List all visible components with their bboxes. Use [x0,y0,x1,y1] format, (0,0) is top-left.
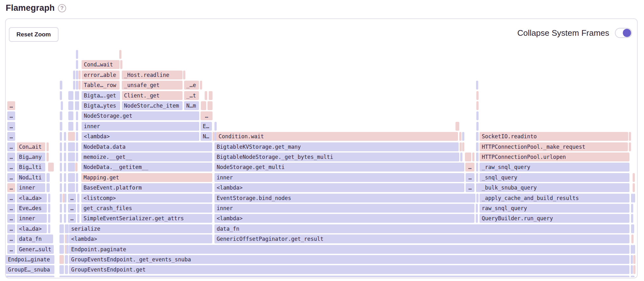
flame-frame-sliver[interactable] [59,234,64,243]
flame-frame-sliver[interactable] [462,142,464,151]
flame-frame-sliver[interactable] [60,163,62,172]
flame-frame-sliver[interactable] [68,142,75,151]
flame-frame-sliver[interactable] [64,132,66,141]
flame-frame-sliver[interactable] [76,81,78,90]
flame-frame-sliver[interactable] [200,81,202,90]
flame-frame-sliver[interactable] [633,245,635,254]
flame-frame[interactable]: Bigta….get [82,91,120,100]
flame-frame[interactable]: raw_snql_query [480,204,629,213]
flame-frame-sliver[interactable] [48,224,50,233]
flame-frame-sliver[interactable] [48,214,50,223]
flame-frame-sliver[interactable] [61,101,63,110]
flame-frame[interactable]: <la…da> [17,194,47,203]
flame-frame[interactable]: E… [201,122,212,131]
flame-frame[interactable]: inner [17,214,47,223]
flame-frame[interactable]: Table…_row [82,81,120,90]
flame-frame-sliver[interactable] [476,122,479,131]
flame-frame[interactable]: … [7,132,15,141]
flame-frame[interactable]: … [68,194,76,203]
flame-frame-sliver[interactable] [76,142,78,151]
flame-frame-sliver[interactable] [119,50,121,59]
flame-frame[interactable]: N…m [184,101,199,110]
flame-frame[interactable]: … [201,111,213,120]
flame-frame-sliver[interactable] [68,111,73,120]
flame-frame-sliver[interactable] [48,163,54,172]
flame-frame-sliver[interactable] [76,50,78,59]
flame-frame-sliver[interactable] [459,132,461,141]
flame-frame[interactable]: … [7,142,15,151]
flame-frame-sliver[interactable] [631,234,634,243]
flame-frame-sliver[interactable] [64,173,66,182]
flame-frame[interactable]: <lambda> [214,214,474,223]
flame-frame-sliver[interactable] [60,81,62,90]
flame-frame[interactable]: serialize [69,224,212,233]
flame-frame[interactable]: N… [201,132,212,141]
flame-frame-sliver[interactable] [629,142,631,151]
flame-frame-sliver[interactable] [59,276,629,277]
flame-frame-sliver[interactable] [183,71,185,79]
flame-frame[interactable]: HTTPConnectionPool.urlopen [480,153,629,161]
flame-frame-sliver[interactable] [64,194,66,203]
flame-frame-sliver[interactable] [64,142,66,151]
flame-frame-sliver[interactable] [476,163,478,172]
flame-frame[interactable]: … [7,173,15,182]
flame-frame[interactable]: _snql_query [480,173,629,182]
flame-frame[interactable]: _bulk_snuba_query [480,183,629,192]
flame-frame-sliver[interactable] [629,132,631,141]
flame-frame[interactable]: … [7,194,15,203]
flame-frame-sliver[interactable] [68,122,73,131]
flame-frame-sliver[interactable] [68,183,75,192]
flame-frame[interactable]: … [7,183,15,192]
flame-frame-sliver[interactable] [77,204,79,213]
flame-frame-sliver[interactable] [60,122,62,131]
flame-frame-sliver[interactable] [476,81,478,90]
flame-frame[interactable]: data_fn [17,234,53,243]
flame-frame-sliver[interactable] [631,214,633,223]
flame-frame-sliver[interactable] [633,255,635,264]
flame-frame[interactable]: Eve…des [17,204,47,213]
flame-frame[interactable]: <lambda> [69,234,212,243]
flame-frame-sliver[interactable] [46,142,49,151]
flame-frame[interactable]: Gener…sult [17,245,54,254]
flame-frame-sliver[interactable] [46,153,49,161]
flame-frame-sliver[interactable] [78,81,81,90]
flame-frame-sliver[interactable] [77,214,79,223]
flame-frame-sliver[interactable] [60,183,62,192]
flame-frame-sliver[interactable] [68,163,75,172]
flame-frame-sliver[interactable] [68,153,75,161]
flame-frame[interactable]: <la…da> [17,224,47,233]
flame-frame[interactable]: error…able [82,71,120,79]
flame-frame[interactable]: _apply_cache_and_build_results [480,194,629,203]
flame-frame-sliver[interactable] [76,122,78,131]
flame-frame[interactable]: <lambda> [214,183,464,192]
flame-frame-sliver[interactable] [476,194,479,203]
flame-frame-sliver[interactable] [46,183,50,192]
flame-frame-sliver[interactable] [476,214,478,223]
flame-frame-sliver[interactable] [64,214,66,223]
flame-frame-sliver[interactable] [68,101,73,110]
flame-frame[interactable]: BigtableNodeStorage._get_bytes_multi [214,153,459,161]
flame-frame[interactable]: Cond…wait [82,60,120,69]
flame-frame[interactable]: _Host.readline [122,71,183,79]
flame-frame-sliver[interactable] [65,265,68,274]
flame-frame-sliver[interactable] [60,173,62,182]
flame-frame-sliver[interactable] [68,91,73,100]
flame-frame[interactable]: NodeStor…che_item [122,101,183,110]
flame-frame[interactable]: … [7,111,15,120]
flame-frame[interactable]: Client._get [122,91,183,100]
flame-frame[interactable]: BigtableKVStorage.get_many [214,142,459,151]
flame-frame[interactable]: … [7,234,15,243]
flame-frame-sliver[interactable] [68,132,75,141]
flame-frame[interactable]: get_crash_files [81,204,212,213]
flame-frame-sliver[interactable] [462,132,464,141]
flame-frame[interactable]: inner [82,122,199,131]
flame-frame-sliver[interactable] [76,173,78,182]
flame-frame-sliver[interactable] [631,204,633,213]
flame-frame[interactable]: <lambda> [82,132,199,141]
flame-frame[interactable]: … [7,153,15,161]
flame-frame-sliver[interactable] [460,142,462,151]
reset-zoom-button[interactable]: Reset Zoom [9,27,59,42]
flame-frame[interactable]: Endpoint.paginate [69,245,629,254]
help-icon[interactable]: ? [58,4,66,12]
flame-frame-sliver[interactable] [120,60,122,69]
